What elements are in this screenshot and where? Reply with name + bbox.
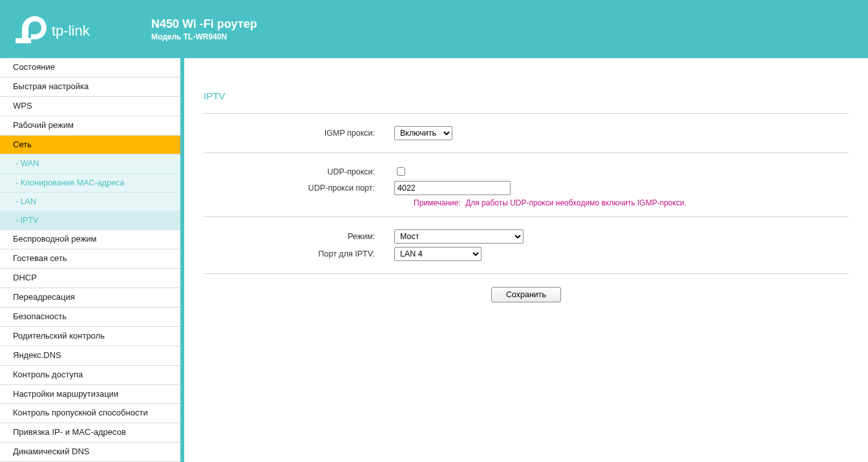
product-model: Модель TL-WR940N <box>151 32 257 41</box>
nav-list: СостояниеБыстрая настройкаWPSРабочий реж… <box>0 58 180 462</box>
nav-item-8[interactable]: - IPTV <box>0 211 180 230</box>
nav-item-2[interactable]: WPS <box>0 97 180 116</box>
nav-item-11[interactable]: DHCP <box>0 269 180 288</box>
udp-proxy-port-label: UDP-прокси порт: <box>204 184 394 193</box>
section-mode: Режим: Мост Порт для IPTV: LAN 4 <box>204 216 849 273</box>
nav-item-7[interactable]: - LAN <box>0 193 180 211</box>
sidebar: СостояниеБыстрая настройкаWPSРабочий реж… <box>0 58 184 462</box>
note-label: Примечание: <box>414 198 461 207</box>
header: tp-link N450 Wi -Fi роутер Модель TL-WR9… <box>0 0 868 58</box>
nav-item-12[interactable]: Переадресация <box>0 288 180 308</box>
udp-proxy-note: Примечание: Для работы UDP-прокси необхо… <box>414 198 849 207</box>
nav-item-1[interactable]: Быстрая настройка <box>0 78 180 97</box>
svg-rect-0 <box>16 38 31 43</box>
brand-logo: tp-link <box>16 15 112 43</box>
section-udp: UDP-прокси: UDP-прокси порт: Примечание:… <box>204 152 849 216</box>
content-area: IPTV IGMP прокси: Включить UDP-прокси: U… <box>184 58 868 462</box>
nav-item-5[interactable]: - WAN <box>0 154 180 173</box>
page-title: IPTV <box>204 90 849 101</box>
brand-text: tp-link <box>52 23 90 39</box>
header-titles: N450 Wi -Fi роутер Модель TL-WR940N <box>151 17 257 41</box>
udp-proxy-port-input[interactable] <box>394 181 511 195</box>
nav-item-4[interactable]: Сеть <box>0 136 180 155</box>
port-iptv-label: Порт для IPTV: <box>204 249 394 258</box>
nav-item-10[interactable]: Гостевая сеть <box>0 249 180 269</box>
nav-item-20[interactable]: Динамический DNS <box>0 443 180 462</box>
section-igmp: IGMP прокси: Включить <box>204 113 849 152</box>
save-button[interactable]: Сохранить <box>491 287 561 302</box>
port-iptv-select[interactable]: LAN 4 <box>394 247 482 261</box>
nav-item-6[interactable]: - Клонирование MAC-адреса <box>0 174 180 193</box>
udp-proxy-label: UDP-прокси: <box>204 167 394 176</box>
button-row: Сохранить <box>204 273 849 302</box>
product-title: N450 Wi -Fi роутер <box>151 17 257 31</box>
tplink-logo-icon: tp-link <box>16 15 112 43</box>
nav-item-9[interactable]: Беспроводной режим <box>0 230 180 249</box>
nav-item-17[interactable]: Настройки маршрутизации <box>0 385 180 404</box>
nav-item-14[interactable]: Родительский контроль <box>0 327 180 346</box>
nav-item-3[interactable]: Рабочий режим <box>0 116 180 136</box>
igmp-proxy-label: IGMP прокси: <box>204 129 394 138</box>
mode-label: Режим: <box>204 232 394 241</box>
note-text: Для работы UDP-прокси необходимо включит… <box>465 198 686 207</box>
nav-item-0[interactable]: Состояние <box>0 58 180 78</box>
nav-item-18[interactable]: Контроль пропускной способности <box>0 404 180 423</box>
igmp-proxy-select[interactable]: Включить <box>394 126 452 140</box>
nav-item-16[interactable]: Контроль доступа <box>0 366 180 385</box>
mode-select[interactable]: Мост <box>394 229 524 244</box>
udp-proxy-checkbox[interactable] <box>397 167 405 176</box>
nav-item-15[interactable]: Яндекс.DNS <box>0 346 180 366</box>
nav-item-19[interactable]: Привязка IP- и MAC-адресов <box>0 423 180 443</box>
nav-item-13[interactable]: Безопасность <box>0 308 180 327</box>
